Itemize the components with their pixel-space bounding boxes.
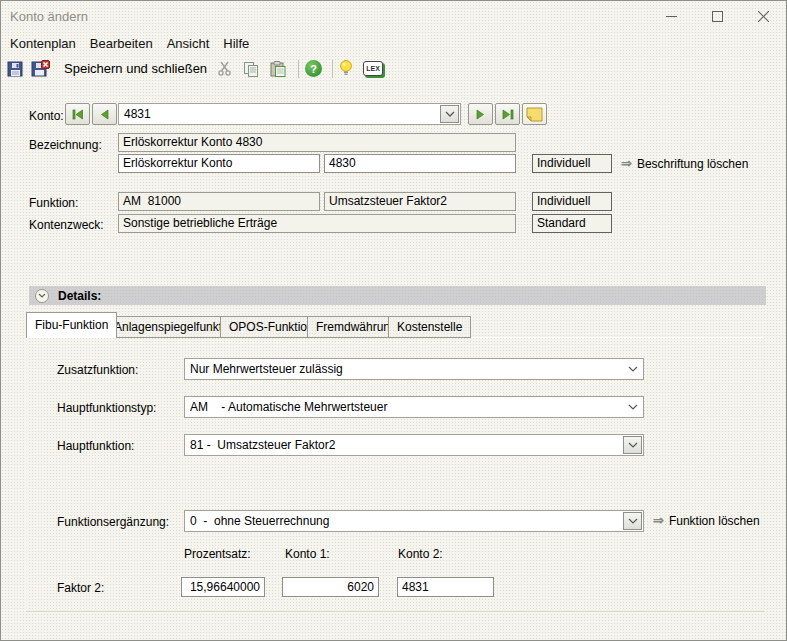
copy-button[interactable] [243, 58, 259, 80]
funktion-mode-badge: Individuell [532, 192, 612, 211]
chevron-down-icon[interactable] [623, 512, 642, 530]
last-record-button[interactable] [495, 103, 520, 125]
hauptfunktionstyp-value: AM - Automatische Mehrwertsteuer [185, 397, 621, 417]
menu-ansicht[interactable]: Ansicht [160, 36, 217, 51]
lex-info-button[interactable]: LEX [363, 58, 383, 80]
zusatzfunktion-combobox[interactable]: Nur Mehrwertsteuer zulässig [184, 358, 644, 380]
funktion-label: Funktion: [29, 195, 78, 211]
faktor2-label: Faktor 2: [57, 580, 104, 596]
minimize-icon [666, 11, 677, 22]
tip-button[interactable] [339, 58, 353, 80]
funktion-loeschen-link[interactable]: ⇒ Funktion löschen [653, 513, 760, 529]
previous-record-icon [100, 109, 109, 120]
lightbulb-icon [339, 60, 353, 77]
funktion-code-field: AM 81000 [118, 192, 320, 211]
arrow-right-icon: ⇒ [653, 514, 664, 528]
bezeichnung-number-input[interactable]: 4830 [324, 154, 516, 173]
collapse-chevron-icon[interactable] [35, 289, 49, 303]
paste-button[interactable] [270, 58, 286, 80]
faktor2-prozentsatz-input[interactable]: 15,96640000 [181, 577, 265, 597]
chevron-down-icon[interactable] [440, 105, 459, 123]
bezeichnung-mode-badge: Individuell [532, 154, 612, 173]
save-button[interactable] [7, 58, 24, 80]
next-record-button[interactable] [468, 103, 493, 125]
note-button[interactable] [522, 103, 547, 125]
hauptfunktion-value: 81 - Umsatzsteuer Faktor2 [185, 435, 621, 455]
zusatzfunktion-value: Nur Mehrwertsteuer zulässig [185, 359, 621, 379]
note-icon [526, 107, 543, 122]
save-and-close-button[interactable] [31, 58, 50, 80]
konto-value: 4831 [119, 104, 438, 124]
konto-label: Konto: [29, 108, 64, 124]
help-button[interactable]: ? [305, 58, 322, 80]
paste-icon [270, 61, 286, 77]
bezeichnung-name-input[interactable]: Erlöskorrektur Konto [118, 154, 320, 173]
konto2-column-label: Konto 2: [398, 546, 443, 562]
funktionsergaenzung-combobox[interactable]: 0 - ohne Steuerrechnung [184, 510, 644, 532]
funktionsergaenzung-value: 0 - ohne Steuerrechnung [185, 511, 621, 531]
first-record-button[interactable] [65, 103, 90, 125]
window-title: Konto ändern [10, 9, 88, 24]
maximize-button[interactable] [694, 1, 740, 31]
maximize-icon [712, 11, 723, 22]
close-icon [758, 11, 769, 22]
tab-kostenstelle[interactable]: Kostenstelle [388, 316, 471, 338]
konto-combobox[interactable]: 4831 [118, 103, 461, 125]
cut-button[interactable] [217, 58, 232, 80]
hauptfunktionstyp-label: Hauptfunktionstyp: [57, 400, 156, 416]
close-button[interactable] [740, 1, 786, 31]
toolbar-separator [332, 60, 333, 78]
prozentsatz-column-label: Prozentsatz: [184, 546, 251, 562]
chevron-down-icon[interactable] [624, 360, 642, 378]
faktor2-konto1-input[interactable]: 6020 [282, 577, 379, 597]
faktor2-konto2-input[interactable]: 4831 [397, 577, 494, 597]
first-record-icon [72, 109, 84, 120]
tab-fibu-funktion[interactable]: Fibu-Funktion [26, 312, 117, 338]
help-icon: ? [305, 60, 322, 77]
save-icon [7, 61, 24, 77]
hauptfunktion-label: Hauptfunktion: [57, 438, 134, 454]
minimize-button[interactable] [648, 1, 694, 31]
beschriftung-loeschen-link[interactable]: ⇒ Beschriftung löschen [621, 156, 748, 172]
kontenzweck-mode-badge: Standard [532, 214, 612, 233]
hauptfunktionstyp-combobox[interactable]: AM - Automatische Mehrwertsteuer [184, 396, 644, 418]
next-record-icon [476, 109, 485, 120]
bezeichnung-label: Bezeichnung: [29, 137, 102, 153]
toolbar-separator [298, 60, 299, 78]
hauptfunktion-combobox[interactable]: 81 - Umsatzsteuer Faktor2 [184, 434, 644, 456]
menu-kontenplan[interactable]: Kontenplan [3, 36, 83, 51]
details-title: Details: [58, 289, 101, 303]
save-close-label[interactable]: Speichern und schließen [64, 61, 207, 76]
save-close-icon [31, 60, 50, 77]
toolbar: Speichern und schließen [1, 55, 786, 82]
menu-bearbeiten[interactable]: Bearbeiten [83, 36, 160, 51]
title-bar: Konto ändern [1, 1, 786, 31]
bezeichnung-full-field: Erlöskorrektur Konto 4830 [118, 133, 516, 152]
scissors-icon [217, 61, 232, 76]
zusatzfunktion-label: Zusatzfunktion: [57, 362, 138, 378]
details-header[interactable]: Details: [29, 286, 766, 305]
lex-icon: LEX [363, 61, 383, 76]
menu-hilfe[interactable]: Hilfe [216, 36, 256, 51]
konto1-column-label: Konto 1: [285, 546, 330, 562]
konto-aendern-window: Konto ändern Kontenplan Bearbeiten Ansic… [0, 0, 787, 641]
chevron-down-icon[interactable] [623, 436, 642, 454]
previous-record-button[interactable] [92, 103, 117, 125]
kontenzweck-field: Sonstige betriebliche Erträge [118, 214, 516, 233]
kontenzweck-label: Kontenzweck: [29, 217, 104, 233]
last-record-icon [502, 109, 514, 120]
funktion-name-field: Umsatzsteuer Faktor2 [324, 192, 516, 211]
arrow-right-icon: ⇒ [621, 157, 632, 171]
chevron-down-icon[interactable] [624, 398, 642, 416]
menu-bar: Kontenplan Bearbeiten Ansicht Hilfe [1, 32, 786, 55]
funktionsergaenzung-label: Funktionsergänzung: [57, 514, 169, 530]
copy-icon [243, 61, 259, 77]
